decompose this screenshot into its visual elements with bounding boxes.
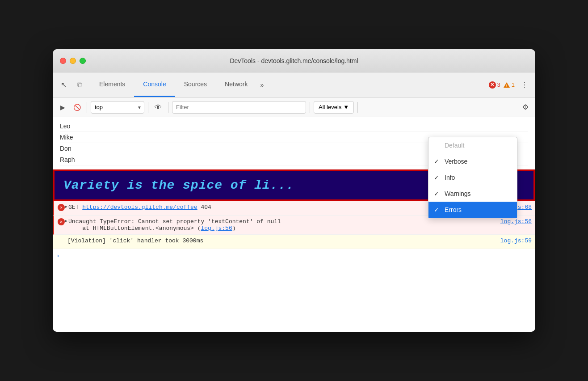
window-title: DevTools - devtools.glitch.me/console/lo… [230, 57, 358, 64]
error-link-1[interactable]: https://devtools.glitch.me/coffee [82, 204, 197, 211]
dropdown-label-info: Info [445, 174, 455, 181]
cursor-icon: ↖ [61, 80, 67, 89]
tab-console[interactable]: Console [134, 72, 175, 97]
gear-icon: ⚙ [522, 103, 529, 111]
dropdown-label-verbose: Verbose [445, 158, 467, 165]
tab-bar: ↖ ⧉ Elements Console Sources Network [53, 72, 535, 97]
more-vert-icon: ⋮ [521, 80, 528, 89]
more-options-btn[interactable]: ⋮ [517, 78, 532, 92]
minimize-button[interactable] [70, 58, 76, 64]
dropdown-label-default: Default [445, 142, 464, 149]
dropdown-item-info[interactable]: ✓ Info [428, 169, 517, 186]
expand-btn-1[interactable]: ▶ [65, 204, 67, 209]
traffic-lights [60, 58, 86, 64]
console-row-error-2: ✕ ▶ Uncaught TypeError: Cannot set prope… [53, 216, 535, 235]
devtools-window: DevTools - devtools.glitch.me/console/lo… [53, 49, 535, 332]
filter-input[interactable] [172, 101, 306, 114]
error-row-icon-2: ✕ [58, 218, 65, 225]
context-select[interactable]: top [91, 101, 144, 114]
check-errors: ✓ [434, 206, 439, 213]
check-info: ✓ [434, 174, 439, 181]
dropdown-item-warnings[interactable]: ✓ Warnings [428, 186, 517, 202]
console-row-violation: [Violation] 'click' handler took 3000ms … [53, 235, 535, 249]
title-bar: DevTools - devtools.glitch.me/console/lo… [53, 49, 535, 72]
settings-btn[interactable]: ⚙ [519, 101, 532, 114]
tabs: Elements Console Sources Network » [90, 72, 489, 97]
all-levels-btn[interactable]: All levels ▼ [314, 101, 354, 114]
toolbar-divider-1 [87, 102, 87, 113]
devtools-panel: ↖ ⧉ Elements Console Sources Network [53, 72, 535, 332]
dropdown-item-verbose[interactable]: ✓ Verbose [428, 153, 517, 169]
toolbar-divider-2 [148, 102, 148, 113]
file-link-2[interactable]: log.js:56 [500, 218, 532, 225]
more-tabs-btn[interactable]: » [256, 72, 267, 97]
list-item: Leo [60, 121, 528, 132]
prompt-arrow: › [56, 253, 60, 259]
toolbar-divider-5 [357, 102, 358, 113]
toolbar-divider-3 [168, 102, 168, 113]
clear-console-btn[interactable]: ▶ [56, 101, 69, 114]
levels-dropdown: Default ✓ Verbose ✓ Info ✓ Warnings ✓ Er… [428, 137, 517, 218]
console-prompt: › [53, 249, 535, 263]
warn-badge[interactable]: ! 1 [503, 81, 515, 88]
eye-btn[interactable]: 👁 [152, 101, 164, 114]
tab-bar-icons: ↖ ⧉ [56, 72, 87, 97]
warn-triangle-icon: ! [503, 82, 510, 88]
error-badge[interactable]: ✕ 3 [489, 81, 500, 89]
tab-elements[interactable]: Elements [90, 72, 134, 97]
tab-network[interactable]: Network [216, 72, 256, 97]
dropdown-item-errors[interactable]: ✓ Errors [428, 202, 517, 218]
eye-icon: 👁 [155, 103, 162, 111]
row-content-violation: [Violation] 'click' handler took 3000ms [67, 237, 500, 244]
dropdown-label-errors: Errors [445, 206, 462, 213]
check-verbose: ✓ [434, 158, 439, 165]
error-row-icon-1: ✕ [58, 204, 65, 211]
close-button[interactable] [60, 58, 66, 64]
row-content-2: Uncaught TypeError: Cannot set property … [68, 218, 500, 232]
dropdown-item-default[interactable]: Default [428, 137, 517, 153]
device-icon: ⧉ [77, 81, 82, 89]
svg-text:!: ! [506, 84, 507, 88]
file-link-3[interactable]: log.js:59 [500, 237, 532, 244]
main-content: Leo Mike Don Raph Variety is the spice o… [53, 117, 535, 332]
error-link-2[interactable]: log.js:56 [201, 225, 232, 232]
console-toolbar: ▶ 🚫 top ▼ 👁 All levels ▼ [53, 97, 535, 117]
tab-bar-right: ✕ 3 ! 1 ⋮ [489, 72, 532, 97]
no-entry-icon: 🚫 [73, 104, 81, 111]
expand-btn-2[interactable]: ▶ [65, 218, 67, 224]
toolbar-divider-4 [310, 102, 310, 113]
cursor-icon-btn[interactable]: ↖ [56, 78, 71, 92]
maximize-button[interactable] [80, 58, 86, 64]
no-entry-btn[interactable]: 🚫 [71, 101, 83, 114]
play-icon: ▶ [60, 104, 65, 111]
tab-sources[interactable]: Sources [175, 72, 216, 97]
dropdown-label-warnings: Warnings [445, 190, 471, 197]
check-warnings: ✓ [434, 190, 439, 197]
device-toggle-btn[interactable]: ⧉ [72, 78, 87, 92]
context-select-wrapper: top ▼ [91, 101, 144, 114]
error-count-icon: ✕ [489, 81, 496, 89]
